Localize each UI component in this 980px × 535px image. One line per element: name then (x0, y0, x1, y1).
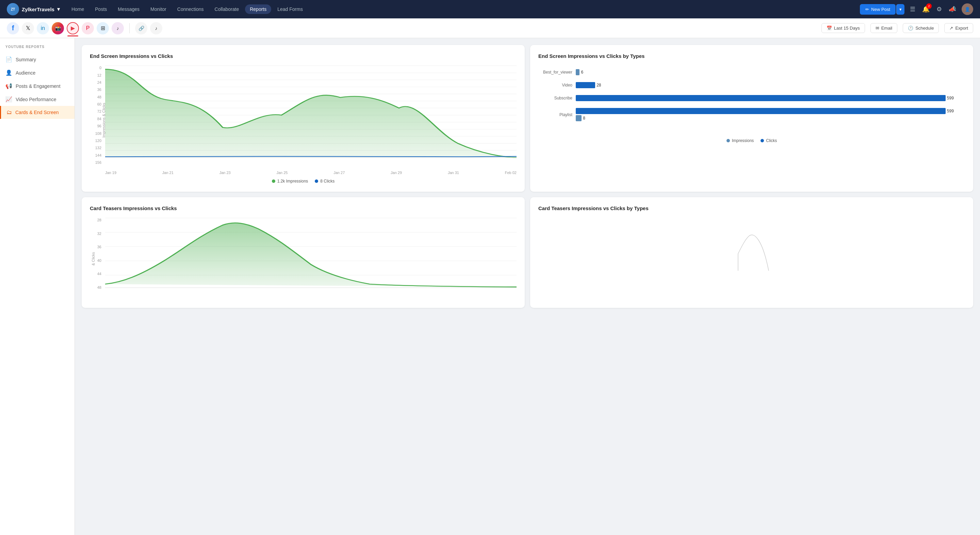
content-area: End Screen Impressions vs Clicks 156 144… (75, 38, 980, 535)
export-icon: ↗ (950, 26, 953, 30)
bar-value-playlist-clicks: 8 (583, 116, 585, 121)
user-avatar[interactable]: 👤 (962, 3, 973, 15)
playlist-bar (576, 108, 946, 114)
nav-reports[interactable]: Reports (245, 5, 271, 14)
bar-value-impressions: 6 (581, 70, 583, 75)
schedule-button[interactable]: 🕐 Schedule (903, 23, 939, 33)
platform-twitter[interactable]: 𝕏 (22, 22, 34, 34)
legend-clicks-bar: Clicks (760, 138, 777, 143)
bar-value-subscribe: 599 (947, 96, 954, 101)
email-button[interactable]: ✉ Email (870, 23, 898, 33)
end-screen-line-chart-card: End Screen Impressions vs Clicks 156 144… (82, 45, 525, 192)
main-layout: YOUTUBE REPORTS 📄 Summary 👤 Audience 📢 P… (0, 38, 980, 535)
card-teasers-by-type-title: Card Teasers Impressions vs Clicks by Ty… (538, 205, 965, 211)
bar-row-video: Video 28 (538, 82, 965, 88)
playlist-clicks-bar (576, 115, 582, 121)
bar-wrapper: 6 (576, 69, 965, 75)
bar-chart-container: Best_for_viewer 6 Video (538, 66, 965, 131)
sidebar-item-audience[interactable]: 👤 Audience (0, 66, 75, 79)
nav-posts[interactable]: Posts (90, 5, 111, 14)
card-teasers-svg-area (105, 218, 517, 289)
sidebar-item-posts-engagement[interactable]: 📢 Posts & Engagement (0, 79, 75, 93)
bar-row-playlist: Playlist 599 8 (538, 108, 965, 121)
x-axis-labels: Jan 19 Jan 21 Jan 23 Jan 25 Jan 27 Jan 2… (105, 171, 517, 175)
bar-label-subscribe: Subscribe (538, 96, 572, 101)
card-teasers-by-type-chart-card: Card Teasers Impressions vs Clicks by Ty… (530, 197, 973, 308)
impressions-legend-dot (727, 139, 730, 142)
date-range-button[interactable]: 📅 Last 15 Days (821, 23, 865, 33)
subscribe-bar (576, 95, 946, 101)
platform-instagram[interactable]: 📸 (52, 22, 64, 34)
nav-links: Home Posts Messages Monitor Connections … (67, 5, 860, 14)
audience-icon: 👤 (5, 69, 12, 76)
cards-icon: 🗂 (6, 109, 12, 115)
platform-tiktok[interactable]: ♪ (111, 22, 124, 34)
card-teasers-chart-title: Card Teasers Impressions vs Clicks (90, 205, 517, 211)
notifications-button[interactable]: 🔔 2 (921, 4, 931, 14)
bar-label-video: Video (538, 83, 572, 88)
platform-pinterest[interactable]: P (82, 22, 94, 34)
nav-collaborate[interactable]: Collaborate (210, 5, 244, 14)
brand-chevron: ▾ (57, 6, 60, 12)
video-bar (576, 82, 595, 88)
platform-linkedin[interactable]: in (37, 22, 49, 34)
nav-messages[interactable]: Messages (113, 5, 144, 14)
nav-lead-forms[interactable]: Lead Forms (272, 5, 308, 14)
bar-wrapper-subscribe: 599 (576, 95, 965, 101)
brand-logo-area[interactable]: ZT ZylkerTravels ▾ (7, 3, 60, 15)
end-screen-line-chart: 156 144 132 120 108 96 84 72 60 48 36 24… (90, 66, 517, 175)
platform-extra[interactable]: ♪ (150, 22, 162, 34)
bar-value-playlist: 599 (947, 109, 954, 113)
sidebar-item-video-performance[interactable]: 📈 Video Performance (0, 93, 75, 106)
platform-bar: f 𝕏 in 📸 ▶ P ⊞ ♪ 🔗 ♪ 📅 (0, 18, 980, 38)
top-nav: ZT ZylkerTravels ▾ Home Posts Messages M… (0, 0, 980, 18)
platform-actions: 📅 Last 15 Days ✉ Email 🕐 Schedule ↗ Expo… (821, 23, 973, 33)
sidebar-section-title: YOUTUBE REPORTS (0, 45, 75, 53)
broadcast-button[interactable]: 📣 (947, 4, 958, 14)
sidebar-item-cards-end-screen[interactable]: 🗂 Cards & End Screen (0, 106, 75, 119)
calendar-icon: 📅 (827, 26, 832, 30)
platform-youtube[interactable]: ▶ (67, 22, 79, 34)
card-teasers-line-chart-card: Card Teasers Impressions vs Clicks 48 44… (82, 197, 525, 308)
document-icon: 📄 (5, 56, 12, 63)
bar-chart-legend: Impressions Clicks (538, 138, 965, 143)
email-icon: ✉ (875, 26, 879, 30)
new-post-dropdown-button[interactable]: ▾ (896, 4, 904, 14)
platform-facebook[interactable]: f (7, 22, 19, 34)
brand-logo: ZT (7, 3, 19, 15)
card-teasers-chart: 48 44 40 36 32 28 & Clicks (90, 218, 517, 300)
sidebar: YOUTUBE REPORTS 📄 Summary 👤 Audience 📢 P… (0, 38, 75, 535)
nav-monitor[interactable]: Monitor (146, 5, 171, 14)
pencil-icon: ✏ (865, 7, 869, 12)
bar-wrapper-playlist: 599 8 (576, 108, 965, 121)
end-screen-chart-legend: 1.2k Impressions 8 Clicks (90, 179, 517, 184)
brand-name: ZylkerTravels (22, 6, 54, 12)
platform-link[interactable]: 🔗 (135, 22, 147, 34)
bar-value-video: 28 (597, 83, 601, 88)
end-screen-by-type-title: End Screen Impressions vs Clicks by Type… (538, 53, 965, 59)
export-button[interactable]: ↗ Export (944, 23, 973, 33)
charts-grid: End Screen Impressions vs Clicks 156 144… (82, 45, 973, 308)
clicks-dot (315, 179, 318, 183)
sidebar-item-summary[interactable]: 📄 Summary (0, 53, 75, 66)
notification-badge: 2 (926, 3, 932, 9)
card-teasers-y-axis-title: & Clicks (91, 252, 95, 266)
settings-button[interactable]: ⚙ (935, 4, 943, 14)
legend-impressions-bar: Impressions (727, 138, 754, 143)
bar-label-playlist: Playlist (538, 112, 572, 117)
chart-svg-area (105, 66, 517, 164)
impressions-bar (576, 69, 579, 75)
bar-wrapper-video: 28 (576, 82, 965, 88)
nav-connections[interactable]: Connections (172, 5, 208, 14)
posts-icon: 📢 (5, 83, 12, 89)
nav-home[interactable]: Home (67, 5, 89, 14)
platform-icons: f 𝕏 in 📸 ▶ P ⊞ ♪ 🔗 ♪ (7, 22, 162, 34)
menu-icon-button[interactable]: ☰ (908, 4, 917, 14)
nav-right: ✏ New Post ▾ ☰ 🔔 2 ⚙ 📣 👤 (860, 3, 973, 15)
platform-microsoft[interactable]: ⊞ (97, 22, 109, 34)
bar-label-best-for-viewer: Best_for_viewer (538, 70, 572, 75)
clicks-legend-dot (760, 139, 764, 142)
trend-icon: 📈 (5, 96, 12, 102)
card-teasers-by-type-empty (538, 218, 965, 286)
new-post-button[interactable]: ✏ New Post (860, 4, 896, 14)
